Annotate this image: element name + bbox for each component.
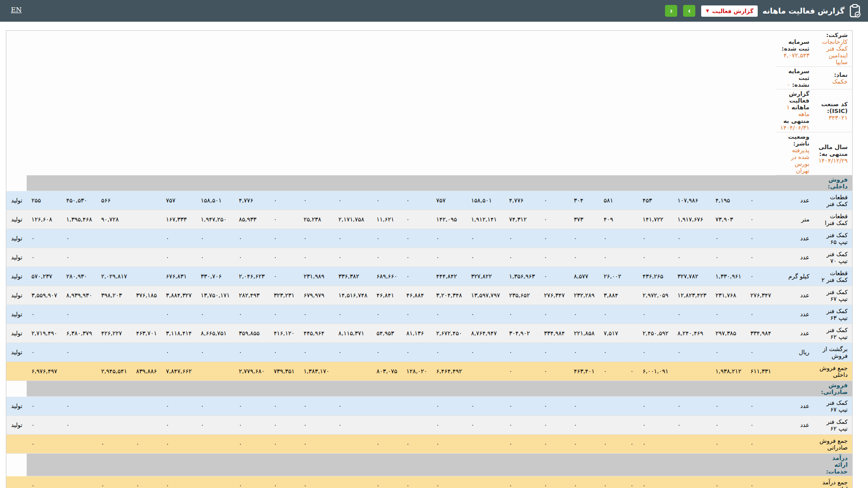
value-cell: ۶۷۶,۸۳۱ xyxy=(161,267,196,286)
value-cell xyxy=(132,343,161,362)
value-cell xyxy=(97,229,132,248)
value-cell xyxy=(196,435,234,454)
value-cell xyxy=(372,397,402,416)
value-cell: ۸,۲۴۰,۴۶۹ xyxy=(673,324,711,343)
value-cell: ۱۳,۷۵۰,۱۷۱ xyxy=(196,286,234,305)
status-cell xyxy=(6,435,27,454)
language-switch-link[interactable]: EN xyxy=(11,6,22,14)
value-cell: ۴۴۵,۹۶۴ xyxy=(299,324,334,343)
value-cell: ۰ xyxy=(334,343,372,362)
value-cell xyxy=(599,397,626,416)
table-cell xyxy=(196,454,234,476)
next-report-button[interactable]: › xyxy=(683,5,695,17)
value-cell: ۰ xyxy=(746,210,776,229)
symbol-link[interactable]: خکمک xyxy=(832,78,848,85)
value-cell: ۰ xyxy=(569,397,599,416)
value-cell: ۰ xyxy=(269,267,299,286)
report-period-label: گزارش فعالیت ماهانه xyxy=(789,90,810,111)
previous-report-button[interactable]: ‹ xyxy=(665,5,677,17)
value-cell: ۰ xyxy=(626,435,638,454)
table-cell xyxy=(97,454,132,476)
value-cell: ۰ xyxy=(746,397,776,416)
table-cell xyxy=(569,381,599,397)
value-cell: ۰ xyxy=(132,476,161,488)
value-cell: ۰ xyxy=(746,343,776,362)
value-cell: ۰ xyxy=(372,229,402,248)
value-cell xyxy=(132,191,161,210)
value-cell: ۰ xyxy=(402,191,432,210)
value-cell: ۰ xyxy=(539,343,569,362)
table-cell xyxy=(626,454,638,476)
value-cell: ۰ xyxy=(711,476,746,488)
value-cell: ۰ xyxy=(27,435,61,454)
value-cell: ۰ xyxy=(161,476,196,488)
status-cell: تولید xyxy=(6,397,27,416)
table-cell xyxy=(196,175,234,191)
value-cell: ۳۲۷,۸۲۲ xyxy=(467,267,505,286)
table-cell xyxy=(269,175,299,191)
value-cell: ۰ xyxy=(599,435,626,454)
unit-cell: عدد xyxy=(776,286,814,305)
value-cell: ۰ xyxy=(27,397,61,416)
value-cell xyxy=(402,416,432,435)
page-title: گزارش فعالیت ماهانه xyxy=(762,6,844,15)
section-row: فروش صادراتی: xyxy=(6,381,853,397)
value-cell xyxy=(626,191,638,210)
company-link[interactable]: کارخانجات کمک فنر ایندامین سایپا xyxy=(822,38,848,66)
value-cell: ۰ xyxy=(299,229,334,248)
value-cell xyxy=(97,416,132,435)
product-name-cell: کمک فنر تیپ ۶۲ xyxy=(814,416,852,435)
value-cell: ۴۶۳,۷۰۱ xyxy=(132,324,161,343)
value-cell: ۰ xyxy=(539,191,569,210)
status-cell: تولید xyxy=(6,343,27,362)
value-cell xyxy=(334,476,372,488)
value-cell: ۴۱۶,۱۲۰ xyxy=(269,324,299,343)
value-cell: ۰ xyxy=(299,343,334,362)
value-cell: ۰ xyxy=(269,343,299,362)
value-cell: ۲,۶۷۲,۴۵۰ xyxy=(432,324,467,343)
value-cell: ۷۳۹,۳۵۱ xyxy=(269,362,299,381)
value-cell xyxy=(626,397,638,416)
value-cell: ۰ xyxy=(711,305,746,324)
value-cell: ۶,۹۷۶,۴۹۷ xyxy=(27,362,61,381)
value-cell: ۰ xyxy=(539,210,569,229)
value-cell: ۰ xyxy=(299,305,334,324)
value-cell: ۰ xyxy=(432,397,467,416)
value-cell: ۰ xyxy=(161,248,196,267)
value-cell: ۰ xyxy=(269,210,299,229)
value-cell: ۰ xyxy=(234,343,269,362)
status-cell: تولید xyxy=(6,267,27,286)
section-name-cell: فروش داخلی: xyxy=(814,175,852,191)
value-cell xyxy=(402,397,432,416)
value-cell xyxy=(97,248,132,267)
table-cell xyxy=(161,381,196,397)
table-cell xyxy=(269,381,299,397)
value-cell: ۰ xyxy=(638,229,673,248)
value-cell: ۰ xyxy=(62,229,97,248)
value-cell: ۵۸۱ xyxy=(599,191,626,210)
value-cell: ۰ xyxy=(569,248,599,267)
value-cell: ۲,۰۴۶,۶۲۳ xyxy=(234,267,269,286)
value-cell: ۰ xyxy=(299,191,334,210)
value-cell xyxy=(334,435,372,454)
status-cell xyxy=(6,476,27,488)
table-cell xyxy=(539,454,569,476)
value-cell: ۰ xyxy=(62,416,97,435)
table-cell xyxy=(776,175,814,191)
table-cell xyxy=(599,175,626,191)
product-name-cell: قطعات کمک فنر xyxy=(814,191,852,210)
table-cell xyxy=(638,454,673,476)
value-cell: ۰ xyxy=(334,248,372,267)
isic-value: ۳۴۳۰۲۱ xyxy=(829,114,848,121)
value-cell: ۴۶۳,۴۰۱ xyxy=(569,362,599,381)
value-cell: ۸۵,۹۳۳ xyxy=(234,210,269,229)
value-cell: ۲۹۷,۳۸۵ xyxy=(711,324,746,343)
table-cell xyxy=(372,381,402,397)
value-cell: ۰ xyxy=(334,416,372,435)
value-cell xyxy=(626,305,638,324)
report-type-dropdown[interactable]: گزارش فعالیت ▼ xyxy=(701,5,758,17)
value-cell: ۰ xyxy=(467,229,505,248)
value-cell: ۰ xyxy=(599,248,626,267)
table-cell xyxy=(505,381,539,397)
report-period-date: ۱۴۰۴/۰۶/۳۱ xyxy=(780,124,810,131)
